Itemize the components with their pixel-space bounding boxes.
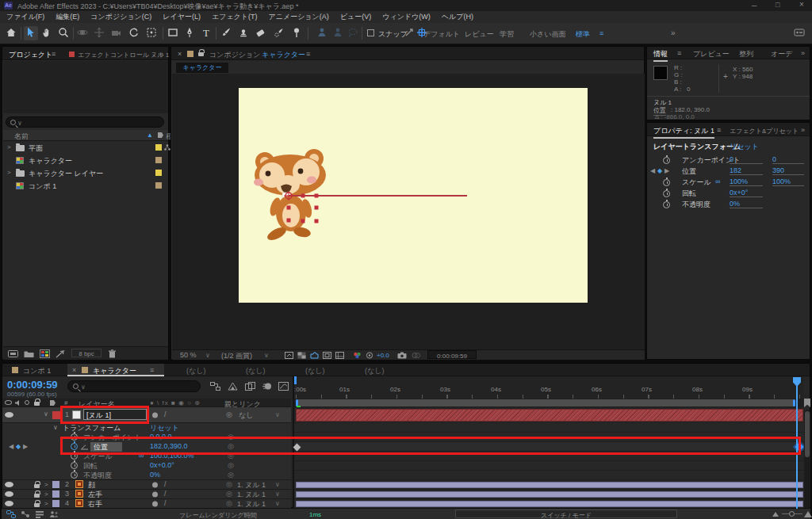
quality-switch-icon[interactable]: / xyxy=(164,490,167,498)
layer-bar-left-hand[interactable] xyxy=(296,491,803,498)
workspace-tab-learn[interactable]: 学習 xyxy=(500,29,514,40)
snapshot-camera-icon[interactable] xyxy=(397,352,407,359)
parent-dropdown-icon[interactable]: ∨ xyxy=(275,500,280,507)
quality-switch-icon[interactable]: / xyxy=(164,499,167,507)
anchor-y-value[interactable]: 0 xyxy=(772,155,804,164)
position-label-box[interactable]: 位置 xyxy=(90,442,122,452)
position-y-value[interactable]: 390 xyxy=(772,166,804,175)
zoom-level-dropdown[interactable]: 50 % xyxy=(180,351,197,359)
anchor-x-value[interactable]: 0 xyxy=(730,155,763,164)
graph-toggle-icon[interactable] xyxy=(81,444,88,450)
menu-edit[interactable]: 編集(E) xyxy=(56,12,79,22)
people-icon[interactable] xyxy=(49,510,59,518)
proxy-icon[interactable] xyxy=(56,349,65,358)
prev-keyframe-icon[interactable]: ◀ xyxy=(650,167,655,174)
stopwatch-icon[interactable] xyxy=(663,179,670,186)
prev-keyframe-icon[interactable]: ◀ xyxy=(9,443,13,450)
text-tool-icon[interactable]: T xyxy=(200,26,214,40)
parent-pickwhip-icon[interactable]: ◎ xyxy=(226,490,232,498)
scale-y-value[interactable]: 100% xyxy=(772,177,804,186)
layer-label-lavender[interactable] xyxy=(52,490,59,498)
clone-stamp-tool-icon[interactable] xyxy=(237,26,251,40)
property-label[interactable]: スケール xyxy=(682,177,711,188)
label-color-tan[interactable] xyxy=(155,157,162,163)
stopwatch-icon[interactable] xyxy=(663,190,670,197)
transform-group-row[interactable]: ∨ トランスフォーム リセット xyxy=(2,423,291,433)
property-label[interactable]: 位置 xyxy=(682,166,696,177)
dolly-camera-tool-icon[interactable] xyxy=(109,26,124,40)
parent-pickwhip-icon[interactable]: ◎ xyxy=(226,410,232,418)
switches-modes-button[interactable]: スイッチ / モード xyxy=(455,509,677,518)
resolution-dropdown[interactable]: (1/2 画質) xyxy=(221,351,252,361)
layer-bar-face[interactable] xyxy=(296,482,803,488)
constrain-link-icon[interactable]: ∞ xyxy=(715,177,720,185)
work-area-end-handle[interactable] xyxy=(793,399,795,406)
eraser-tool-icon[interactable] xyxy=(255,26,269,40)
property-row-scale[interactable]: スケール ∞ 100% 100% xyxy=(647,177,810,188)
parent-dropdown-icon[interactable]: ∨ xyxy=(275,411,280,418)
timeline-tab-none-3[interactable]: (なし) xyxy=(305,366,324,376)
transparency-grid-icon[interactable] xyxy=(297,352,306,359)
timeline-zoom-out-icon[interactable] xyxy=(772,512,779,517)
viewer-close-icon[interactable]: × xyxy=(178,50,182,58)
label-color-yellow[interactable] xyxy=(155,144,162,151)
parent-dropdown-icon[interactable]: ∨ xyxy=(275,481,280,488)
playhead-line[interactable] xyxy=(796,378,798,509)
rectangle-tool-icon[interactable] xyxy=(167,26,181,40)
property-value[interactable]: 182.0,390.0 xyxy=(150,442,188,450)
stopwatch-icon[interactable] xyxy=(71,471,78,479)
mask-visibility-icon[interactable] xyxy=(310,352,319,359)
rotation-value[interactable]: 0x+0° xyxy=(730,189,763,197)
home-tool-icon[interactable] xyxy=(5,26,19,40)
pickwhip-icon[interactable]: ◎ xyxy=(228,452,234,460)
keyframe-toggle-icon[interactable]: ◆ xyxy=(16,443,21,450)
tab-properties[interactable]: プロパティ: ヌル 1 xyxy=(653,126,714,139)
eye-icon[interactable] xyxy=(5,482,13,487)
project-row-comp1[interactable]: コンポ 1 xyxy=(3,179,168,192)
timeline-tab-comp1[interactable]: コンポ 1 xyxy=(23,366,51,376)
viewer-timecode-box[interactable]: 0:00:09:59 xyxy=(427,350,477,359)
constrain-link-icon[interactable]: ∞ xyxy=(139,452,144,460)
next-keyframe-icon[interactable]: ▶ xyxy=(665,167,669,174)
timeline-tab-close-icon[interactable]: × xyxy=(72,366,76,374)
twirl-icon[interactable]: > xyxy=(7,143,11,151)
info-panel-menu-icon[interactable]: ≡ xyxy=(677,49,681,57)
next-keyframe-icon[interactable]: ▶ xyxy=(23,443,28,450)
zoom-tool-icon[interactable] xyxy=(57,26,71,40)
motion-blur-icon[interactable] xyxy=(262,382,273,391)
composition-mini-flowchart-icon[interactable] xyxy=(210,382,220,391)
info-tabs-overflow-icon[interactable]: » xyxy=(801,49,805,57)
viewer-canvas[interactable] xyxy=(172,74,645,349)
timeline-row-anchor[interactable]: アンカーポイント 0.0,0.0 ◎ xyxy=(2,433,291,442)
menu-view[interactable]: ビュー(V) xyxy=(340,12,371,22)
shy-switch-icon[interactable] xyxy=(151,412,159,418)
workspace-menu-icon[interactable]: ≡ xyxy=(599,29,603,37)
menu-help[interactable]: ヘルプ(H) xyxy=(442,12,473,22)
null-solid-swatch[interactable] xyxy=(72,410,81,419)
transform-reset-button[interactable]: リセット xyxy=(730,142,759,152)
property-row-position[interactable]: ◀ ◆ ▶ 位置 182 390 xyxy=(647,166,810,177)
work-area-bar[interactable] xyxy=(296,399,795,406)
viewer-comp-name[interactable]: キャラクター xyxy=(262,50,305,60)
transform-group-label[interactable]: レイヤートランスフォーム xyxy=(653,142,741,152)
stopwatch-icon[interactable] xyxy=(663,201,670,208)
twirl-closed-icon[interactable]: > xyxy=(44,490,48,498)
keyframe-toggle-icon[interactable]: ◆ xyxy=(657,167,662,174)
tab-audio[interactable]: オーデ xyxy=(771,49,798,59)
keyframe-diamond-start[interactable] xyxy=(293,443,301,451)
label-color-tan[interactable] xyxy=(155,182,162,189)
property-row-opacity[interactable]: 不透明度 0% xyxy=(647,199,810,210)
stopwatch-icon[interactable] xyxy=(71,452,78,460)
timeline-vertical-scrollbar[interactable] xyxy=(804,410,810,509)
search-dropdown-icon[interactable]: ∨ xyxy=(81,384,86,391)
eye-icon[interactable] xyxy=(5,501,13,506)
layer-bar-null[interactable] xyxy=(296,409,803,422)
hand-tool-icon[interactable] xyxy=(41,26,56,40)
parent-dropdown[interactable]: なし xyxy=(239,410,253,421)
parent-pickwhip-icon[interactable]: ◎ xyxy=(226,499,232,507)
properties-panel-menu-icon[interactable]: ≡ xyxy=(717,126,721,134)
workspace-tab-small-screen[interactable]: 小さい画面 xyxy=(530,29,565,40)
time-ruler[interactable]: :00s 01s 02s 03s 04s 05s 06s 07s 08s 09s xyxy=(293,376,803,399)
timeline-row-rotation[interactable]: 回転 0x+0.0° ◎ xyxy=(2,461,291,471)
quality-switch-icon[interactable]: / xyxy=(164,410,167,418)
